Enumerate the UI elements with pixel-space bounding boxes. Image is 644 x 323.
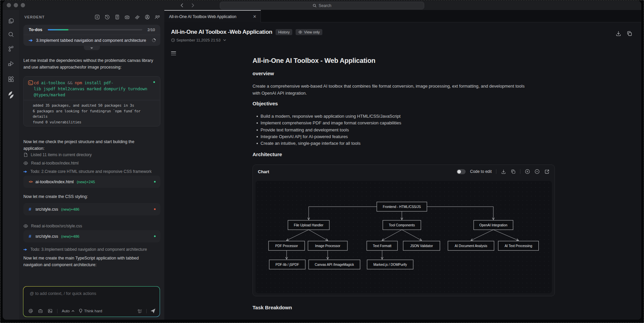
file-name: src/style.css — [35, 207, 58, 212]
svg-text:Tool Components: Tool Components — [389, 223, 415, 227]
feedback-icon[interactable] — [154, 14, 160, 20]
task-arrow-icon — [29, 39, 33, 42]
new-task-icon[interactable] — [94, 14, 100, 20]
todo-row[interactable]: Todo: 2.Create core HTML structure and r… — [23, 169, 152, 174]
file-diff-badge: (new)+486 — [61, 207, 154, 211]
eye-icon — [298, 30, 302, 34]
flowchart-node: Marked.js / DOMPurify — [367, 260, 413, 269]
tool-result-row[interactable]: Read ai-toolbox/index.html — [23, 160, 78, 166]
account-icon[interactable] — [144, 14, 150, 20]
view-only-badge[interactable]: View only — [296, 29, 322, 35]
timestamp-row[interactable]: September 11,2025 21:53 — [171, 38, 226, 42]
tab-close-icon[interactable]: ✕ — [253, 14, 257, 19]
mention-icon[interactable] — [28, 308, 33, 314]
doc-paragraph: Create a comprehensive web-based AI tool… — [253, 83, 533, 97]
download-icon[interactable] — [616, 31, 621, 36]
chevron-up-icon — [71, 310, 74, 312]
files-icon[interactable] — [7, 17, 15, 24]
todos-progress-fill — [48, 29, 68, 30]
main-panel: All-in-One AI Toolbox-Web Application ✕ … — [164, 10, 641, 320]
think-hard-label: Think hard — [84, 309, 102, 313]
document-icon — [23, 152, 28, 157]
lightbulb-icon — [79, 309, 83, 313]
timestamp: September 11,2025 21:53 — [176, 38, 220, 42]
source-control-icon[interactable] — [7, 45, 15, 52]
flowchart-node: JSON Validator — [403, 241, 440, 250]
think-hard-toggle[interactable]: Think hard — [79, 309, 102, 313]
robot-icon[interactable] — [124, 14, 130, 20]
outline-menu-icon[interactable] — [171, 51, 176, 56]
app-window: Search V — [3, 1, 641, 320]
file-card[interactable]: # src/style.css (new)+486 — [23, 203, 160, 215]
todo-arrow-icon — [23, 248, 27, 251]
minimize-window-button[interactable] — [14, 3, 18, 7]
close-window-button[interactable] — [7, 3, 11, 7]
expand-icon[interactable] — [544, 169, 549, 174]
chat-input-border: @ to add context, / for quick actions Au… — [23, 286, 160, 317]
code-to-edit-toggle[interactable] — [457, 169, 466, 174]
flowchart-node: File Upload Handler — [288, 220, 329, 230]
zoom-in-icon[interactable] — [525, 169, 530, 174]
chevron-down-icon — [223, 39, 226, 41]
flowchart-node: Text Formatt — [367, 241, 397, 250]
image-icon[interactable] — [47, 308, 53, 314]
tool-result-row[interactable]: Read ai-toolbox/src/style.css — [23, 223, 82, 229]
mode-label: Auto — [62, 309, 70, 313]
todo-arrow-icon — [23, 170, 27, 173]
assistant-message: Let me install the dependencies without … — [23, 57, 155, 71]
todo-row[interactable]: Todo: 3.Implement tabbed navigation and … — [23, 247, 147, 252]
notes-icon[interactable] — [114, 14, 120, 20]
back-button[interactable] — [179, 2, 185, 8]
history-icon[interactable] — [104, 14, 110, 20]
zoom-window-button[interactable] — [21, 3, 25, 7]
todos-count: 2/10 — [148, 28, 155, 32]
objective-item: Build a modern, responsive web applicati… — [253, 113, 401, 120]
titlebar: Search — [3, 1, 641, 10]
flowchart-node: AI Text Processing — [498, 241, 539, 250]
search-label: Search — [319, 3, 331, 8]
code-file-icon: <> — [29, 180, 35, 184]
doc-h2-overview: overview — [253, 71, 274, 76]
terminal-block[interactable]: cd ai-toolbox && npm install pdf- lib js… — [23, 76, 160, 126]
tab-label: All-in-One AI Toolbox-Web Application — [169, 14, 253, 19]
svg-text:Text Formatt: Text Formatt — [373, 244, 391, 248]
current-task-row[interactable]: 3.Implement tabbed navigation and compon… — [23, 35, 160, 45]
verdent-logo-icon[interactable] — [7, 90, 15, 100]
chart-canvas[interactable]: Frontend - HTML/CSS/JSFile Upload Handle… — [253, 178, 554, 296]
svg-text:PDF-lib / jSPDF: PDF-lib / jSPDF — [276, 263, 299, 266]
svg-text:Frontend - HTML/CSS/JS: Frontend - HTML/CSS/JS — [383, 205, 421, 209]
search-icon — [313, 4, 317, 8]
extensions-icon[interactable] — [7, 75, 15, 83]
tool-result-row[interactable]: Listed 11 items in current directory — [23, 152, 92, 157]
search-bar[interactable]: Search — [220, 2, 424, 9]
tab-active[interactable]: All-in-One AI Toolbox-Web Application ✕ — [164, 10, 261, 22]
file-card[interactable]: # src/style.css (new)+486 — [23, 230, 160, 242]
css-file-icon: # — [29, 234, 35, 239]
clock-icon — [171, 38, 175, 42]
current-task-label: 3.Implement tabbed navigation and compon… — [36, 38, 152, 43]
mode-selector[interactable]: Auto — [62, 309, 74, 313]
stack-icon[interactable] — [134, 14, 140, 20]
send-icon[interactable] — [150, 308, 156, 314]
search-sidebar-icon[interactable] — [7, 31, 15, 38]
forward-button[interactable] — [190, 2, 196, 8]
toolbox-icon[interactable] — [38, 308, 43, 314]
chart-copy-icon[interactable] — [510, 169, 516, 174]
queue-icon[interactable] — [137, 308, 143, 314]
zoom-out-icon[interactable] — [534, 169, 540, 174]
terminal-command: cd ai-toolbox && npm install pdf- lib js… — [34, 80, 155, 98]
svg-text:Canvas API /ImageMagick: Canvas API /ImageMagick — [315, 263, 354, 266]
svg-text:Marked.js / DOMPurify: Marked.js / DOMPurify — [373, 263, 407, 266]
collapse-todos-button[interactable] — [84, 46, 100, 50]
history-badge[interactable]: History — [276, 29, 292, 35]
activity-bar — [3, 10, 19, 320]
copy-icon[interactable] — [627, 31, 632, 36]
tool-result-label: Read ai-toolbox/src/style.css — [31, 224, 82, 228]
chat-input[interactable]: @ to add context, / for quick actions Au… — [23, 287, 160, 317]
architecture-flowchart: Frontend - HTML/CSS/JSFile Upload Handle… — [253, 178, 555, 297]
chart-download-icon[interactable] — [501, 169, 506, 174]
terminal-output-line: 6 packages are looking for fundingrun `n… — [33, 109, 155, 114]
file-card[interactable]: <> ai-toolbox/index.html (new)+245 — [23, 176, 160, 188]
flowchart-node: Tool Components — [383, 220, 421, 230]
debug-icon[interactable] — [7, 60, 15, 67]
